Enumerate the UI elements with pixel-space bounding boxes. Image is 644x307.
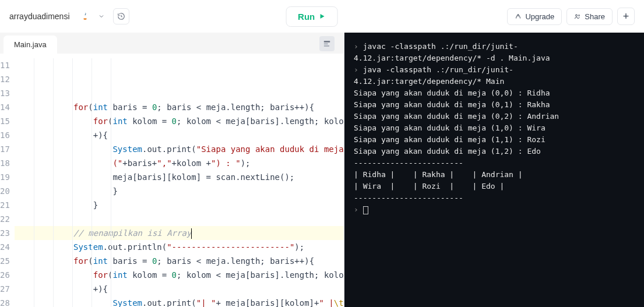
line-number: 17 xyxy=(0,142,10,156)
console-output[interactable]: › javac -classpath .:/run_dir/junit-4.12… xyxy=(344,33,644,307)
rocket-icon xyxy=(515,13,522,20)
line-gutter: 111213141516171819202122232425262728 xyxy=(0,54,15,307)
line-number: 26 xyxy=(0,268,10,282)
code-line: for(int baris = 0; baris < meja.length; … xyxy=(15,100,344,114)
code-editor[interactable]: 111213141516171819202122232425262728 for… xyxy=(0,54,344,307)
history-icon[interactable] xyxy=(113,8,129,24)
code-line: for(int kolom = 0; kolom < meja[baris].l… xyxy=(15,268,344,296)
svg-rect-4 xyxy=(324,45,329,47)
line-number: 18 xyxy=(0,156,10,170)
svg-rect-3 xyxy=(324,43,328,44)
header-actions: Upgrade Share + xyxy=(507,8,635,25)
run-label: Run xyxy=(298,12,315,22)
header: arrayduadimensi Run Upgrade Share + xyxy=(0,0,644,33)
project-name[interactable]: arrayduadimensi xyxy=(9,12,70,21)
line-number: 24 xyxy=(0,240,10,254)
chevron-down-icon[interactable] xyxy=(93,8,110,24)
people-icon xyxy=(574,13,581,20)
svg-point-0 xyxy=(576,15,578,16)
code-line: for(int baris = 0; baris < meja.length; … xyxy=(15,254,344,268)
line-number: 23 xyxy=(0,226,10,240)
code-line: System.out.print("| "+ meja[baris][kolom… xyxy=(15,296,344,307)
line-number: 20 xyxy=(0,184,10,198)
line-number: 16 xyxy=(0,128,10,142)
code-line: meja[baris][kolom] = scan.nextLine(); xyxy=(15,170,344,184)
line-number: 19 xyxy=(0,170,10,184)
svg-rect-2 xyxy=(324,41,330,42)
code-line: System.out.print("Siapa yang akan duduk … xyxy=(15,142,344,170)
play-icon xyxy=(318,13,325,20)
line-number: 14 xyxy=(0,100,10,114)
markdown-toggle-icon[interactable] xyxy=(319,36,335,51)
java-lang-icon[interactable] xyxy=(77,8,93,24)
line-number: 15 xyxy=(0,114,10,128)
line-number: 27 xyxy=(0,282,10,296)
code-line xyxy=(15,212,344,226)
line-number: 12 xyxy=(0,72,10,86)
line-number: 13 xyxy=(0,86,10,100)
code-line: for(int kolom = 0; kolom < meja[baris].l… xyxy=(15,114,344,142)
run-button[interactable]: Run xyxy=(286,6,337,27)
share-button[interactable]: Share xyxy=(566,8,613,25)
add-button[interactable]: + xyxy=(617,8,635,25)
svg-point-1 xyxy=(579,15,580,16)
code-line: } xyxy=(15,184,344,198)
upgrade-button[interactable]: Upgrade xyxy=(507,8,562,25)
code-line: } xyxy=(15,198,344,212)
line-number: 21 xyxy=(0,198,10,212)
editor-pane: Main.java 111213141516171819202122232425… xyxy=(0,33,344,307)
code-line: System.out.println("--------------------… xyxy=(15,240,344,254)
tab-main-java[interactable]: Main.java xyxy=(3,36,57,54)
main: Main.java 111213141516171819202122232425… xyxy=(0,33,644,307)
tabs-bar: Main.java xyxy=(0,33,344,54)
line-number: 25 xyxy=(0,254,10,268)
code-line: // menampilkan isi Array xyxy=(15,226,344,240)
line-number: 28 xyxy=(0,296,10,307)
line-number: 11 xyxy=(0,58,10,72)
line-number: 22 xyxy=(0,212,10,226)
code-text: for(int baris = 0; baris < meja.length; … xyxy=(15,54,344,307)
